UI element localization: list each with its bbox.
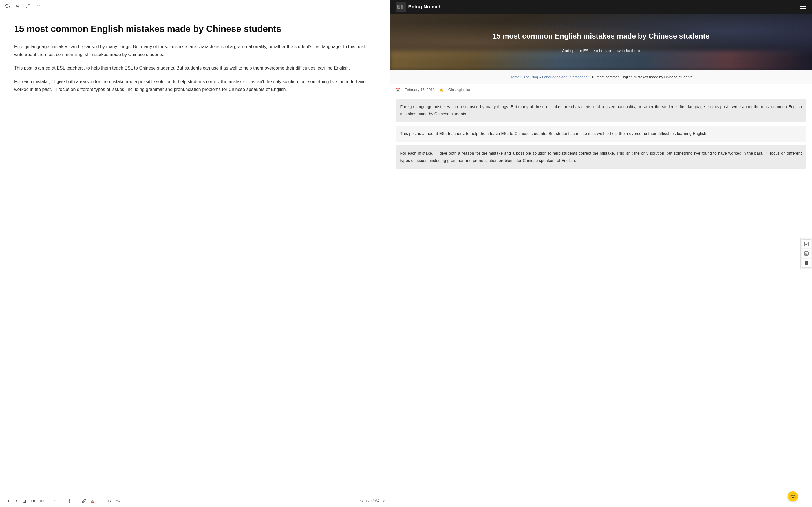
- logo-icon: [396, 2, 406, 12]
- hero-title: 15 most common English mistakes made by …: [493, 32, 710, 41]
- svg-rect-35: [805, 262, 808, 265]
- article-title: 15 most common English mistakes made by …: [14, 23, 375, 35]
- link-button[interactable]: [81, 498, 87, 504]
- heading2-button[interactable]: H2: [38, 498, 45, 504]
- expand-button[interactable]: [25, 3, 31, 9]
- author-icon: ✍: [439, 88, 444, 92]
- browser-panel: Being Nomad 15 most common English mista…: [390, 0, 812, 507]
- breadcrumb-bar: Home » The Blog » Languages and Interact…: [390, 70, 812, 84]
- svg-rect-19: [70, 500, 73, 500]
- hero-pencil-overlay: [390, 51, 812, 70]
- meta-bar: 📅 February 17, 2019 ✍ Ola Jagielska: [390, 84, 812, 96]
- hero-subtitle: And tips for ESL teachers on how to fix …: [562, 48, 640, 53]
- svg-rect-30: [800, 6, 806, 7]
- word-count-area: ⏱ 129 单词 ▼: [359, 499, 385, 504]
- breadcrumb-sep-2: »: [539, 75, 542, 79]
- svg-rect-21: [70, 502, 73, 503]
- svg-point-9: [39, 5, 40, 6]
- hero-divider: [593, 45, 610, 45]
- breadcrumb-current: 15 most common English mistakes made by …: [592, 75, 693, 79]
- website-nav: Being Nomad: [390, 0, 812, 14]
- nav-logo-text: Being Nomad: [408, 4, 441, 10]
- svg-line-6: [26, 6, 28, 8]
- article-author: Ola Jagielska: [448, 88, 470, 92]
- svg-point-7: [36, 5, 36, 6]
- svg-point-2: [18, 6, 19, 8]
- svg-point-10: [61, 499, 61, 500]
- hero-section: 15 most common English mistakes made by …: [390, 14, 812, 70]
- editor-top-toolbar: [0, 0, 390, 12]
- svg-rect-31: [800, 8, 806, 9]
- svg-rect-15: [62, 502, 64, 503]
- more-button[interactable]: [35, 3, 41, 9]
- clock-icon: ⏱: [359, 499, 363, 503]
- image-button[interactable]: [114, 498, 121, 504]
- svg-point-8: [37, 5, 38, 6]
- check-sidebar-button[interactable]: [802, 239, 811, 248]
- editor-bottom-toolbar: B I U H1 H2 " 1. 2. 3.: [0, 495, 390, 507]
- breadcrumb-sep-3: »: [589, 75, 592, 79]
- toolbar-separator-1: [48, 498, 48, 504]
- svg-rect-13: [62, 500, 64, 500]
- svg-rect-25: [398, 5, 400, 8]
- text-color-button[interactable]: A: [89, 498, 96, 504]
- svg-rect-14: [62, 501, 64, 501]
- list-ol-button[interactable]: 1. 2. 3.: [68, 498, 75, 504]
- word-count: 129 单词: [365, 499, 380, 504]
- list-ul-button[interactable]: [59, 498, 66, 504]
- text-format-button[interactable]: T: [98, 498, 104, 504]
- toolbar-separator-2: [78, 498, 78, 504]
- svg-line-4: [17, 5, 18, 6]
- heading1-button[interactable]: H1: [30, 498, 37, 504]
- editor-paragraph-2: This post is aimed at ESL teachers, to h…: [14, 64, 375, 72]
- calendar-icon: 📅: [396, 88, 400, 92]
- quote-button[interactable]: ": [51, 498, 58, 504]
- breadcrumb-blog-link[interactable]: The Blog: [523, 75, 538, 79]
- strikethrough-button[interactable]: S: [106, 498, 113, 504]
- bold-button[interactable]: B: [4, 498, 11, 504]
- website-paragraph-3: For each mistake, I'll give both a reaso…: [396, 145, 806, 169]
- layer-sidebar-button[interactable]: [802, 259, 811, 268]
- word-count-chevron[interactable]: ▼: [382, 499, 386, 503]
- format-sidebar-button[interactable]: ◻A: [802, 249, 811, 258]
- svg-point-11: [61, 501, 61, 501]
- website-content[interactable]: Home » The Blog » Languages and Interact…: [390, 70, 812, 507]
- refresh-button[interactable]: [4, 3, 10, 9]
- svg-line-3: [17, 6, 18, 7]
- svg-rect-20: [70, 501, 73, 501]
- breadcrumb-sep-1: »: [520, 75, 523, 79]
- svg-point-12: [61, 502, 61, 503]
- article-date: February 17, 2019: [405, 88, 435, 92]
- svg-text:3.: 3.: [69, 501, 70, 503]
- share-button[interactable]: [15, 3, 20, 9]
- italic-button[interactable]: I: [13, 498, 20, 504]
- nav-logo: Being Nomad: [396, 2, 441, 12]
- hamburger-menu-button[interactable]: [800, 4, 806, 10]
- breadcrumb-text: Home » The Blog » Languages and Interact…: [396, 74, 806, 80]
- editor-paragraph-3: For each mistake, I'll give both a reaso…: [14, 78, 375, 94]
- website-paragraph-1: Foreign language mistakes can be caused …: [396, 99, 806, 122]
- article-body: Foreign language mistakes can be caused …: [390, 99, 812, 175]
- svg-line-5: [28, 4, 29, 6]
- website-paragraph-2: This post is aimed at ESL teachers, to h…: [396, 126, 806, 142]
- svg-text:◻A: ◻A: [805, 252, 808, 255]
- svg-point-1: [16, 5, 17, 6]
- right-sidebar: ◻A: [801, 238, 812, 269]
- svg-point-0: [18, 4, 19, 5]
- editor-panel: 15 most common English mistakes made by …: [0, 0, 390, 507]
- underline-button[interactable]: U: [21, 498, 28, 504]
- emoji-feedback-button[interactable]: 😊: [788, 491, 798, 501]
- breadcrumb-category-link[interactable]: Languages and Interactions: [542, 75, 587, 79]
- svg-rect-29: [800, 4, 806, 5]
- editor-paragraph-1: Foreign language mistakes can be caused …: [14, 43, 375, 59]
- editor-content-area[interactable]: 15 most common English mistakes made by …: [0, 12, 390, 495]
- breadcrumb-home-link[interactable]: Home: [509, 75, 519, 79]
